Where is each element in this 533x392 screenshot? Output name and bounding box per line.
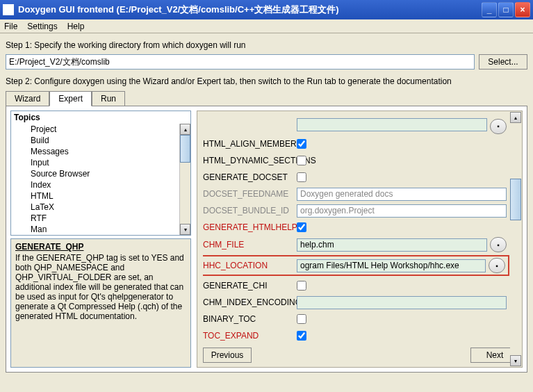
browse-chm-icon[interactable]: ▪: [490, 237, 507, 252]
topic-project[interactable]: Project: [21, 124, 190, 135]
opt-chm-file-input[interactable]: [297, 238, 487, 252]
opt-docset-feed-input[interactable]: [297, 188, 507, 201]
tab-run[interactable]: Run: [92, 91, 125, 106]
menu-bar: File Settings Help: [0, 19, 533, 33]
opt-html-dyn-check[interactable]: [297, 156, 306, 165]
tab-expert[interactable]: Expert: [49, 91, 92, 106]
opt-hhc-loc-label: HHC_LOCATION: [203, 261, 297, 270]
scroll-thumb[interactable]: [510, 179, 521, 220]
select-button[interactable]: Select...: [479, 54, 527, 70]
menu-help[interactable]: Help: [67, 22, 85, 31]
opt-docset-bundle-input[interactable]: [297, 204, 507, 218]
opt-toc-expand-label: TOC_EXPAND: [203, 331, 297, 341]
topics-panel: Topics Project Build Messages Input Sour…: [10, 111, 191, 236]
scroll-up-icon[interactable]: ▴: [510, 112, 521, 123]
previous-button[interactable]: Previous: [203, 348, 252, 363]
topics-title: Topics: [11, 111, 190, 124]
desc-text: If the GENERATE_QHP tag is set to YES an…: [15, 253, 186, 321]
opt-gen-chi-label: GENERATE_CHI: [203, 281, 297, 291]
topics-list: Project Build Messages Input Source Brow…: [11, 124, 190, 235]
menu-file[interactable]: File: [4, 22, 17, 31]
app-icon: [3, 4, 14, 15]
topics-scrollbar[interactable]: ▴ ▾: [179, 124, 190, 235]
close-button[interactable]: ×: [515, 2, 530, 17]
minimize-button[interactable]: _: [482, 2, 497, 17]
step1-label: Step 1: Specify the working directory fr…: [6, 40, 527, 50]
opt-gen-docset-label: GENERATE_DOCSET: [203, 172, 297, 182]
opt-html-dyn-label: HTML_DYNAMIC_SECTIONS: [203, 156, 297, 165]
browse-icon[interactable]: ▪: [490, 119, 507, 134]
topic-latex[interactable]: LaTeX: [21, 202, 190, 213]
options-panel: x ▪ HTML_ALIGN_MEMBERS HTML_DYNAMIC_SECT…: [197, 111, 523, 368]
menu-settings[interactable]: Settings: [27, 22, 57, 31]
topic-source-browser[interactable]: Source Browser: [21, 168, 190, 179]
opt-gen-htmlhelp-label: GENERATE_HTMLHELP: [203, 222, 297, 232]
opt-chm-file-label: CHM_FILE: [203, 240, 297, 250]
opt-gen-chi-check[interactable]: [297, 281, 306, 291]
tab-wizard[interactable]: Wizard: [6, 91, 49, 106]
title-bar: Doxygen GUI frontend (E:/Project_V2/文档/c…: [0, 0, 533, 19]
opt-truncated-field[interactable]: [297, 118, 487, 131]
opt-hhc-loc-input[interactable]: [297, 259, 486, 272]
opt-docset-feed-label: DOCSET_FEEDNAME: [203, 189, 297, 199]
maximize-button[interactable]: □: [498, 2, 514, 17]
desc-title: GENERATE_QHP: [15, 242, 186, 252]
opt-chm-index-input[interactable]: [297, 296, 507, 309]
topic-input[interactable]: Input: [21, 157, 190, 168]
topic-messages[interactable]: Messages: [21, 146, 190, 157]
opt-gen-docset-check[interactable]: [297, 172, 306, 182]
step2-label: Step 2: Configure doxygen using the Wiza…: [6, 76, 527, 86]
opt-html-align-label: HTML_ALIGN_MEMBERS: [203, 139, 297, 149]
scroll-thumb[interactable]: [180, 135, 190, 163]
scroll-up-icon[interactable]: ▴: [180, 124, 190, 135]
window-title: Doxygen GUI frontend (E:/Project_V2/文档/c…: [18, 3, 482, 16]
opt-binary-toc-label: BINARY_TOC: [203, 314, 297, 324]
hhc-highlight: HHC_LOCATION ▪: [203, 255, 509, 276]
working-dir-input[interactable]: [6, 54, 475, 70]
opt-html-align-check[interactable]: [297, 139, 306, 149]
opt-gen-htmlhelp-check[interactable]: [297, 222, 306, 232]
description-panel: GENERATE_QHP If the GENERATE_QHP tag is …: [10, 238, 191, 368]
scroll-down-icon[interactable]: ▾: [510, 355, 521, 366]
topic-html[interactable]: HTML: [21, 190, 190, 202]
browse-hhc-icon[interactable]: ▪: [489, 258, 505, 273]
opt-toc-expand-check[interactable]: [297, 331, 306, 341]
topic-index[interactable]: Index: [21, 179, 190, 190]
opt-binary-toc-check[interactable]: [297, 314, 306, 324]
opt-chm-index-label: CHM_INDEX_ENCODING: [203, 297, 297, 307]
scroll-down-icon[interactable]: ▾: [180, 224, 190, 235]
topic-rtf[interactable]: RTF: [21, 213, 190, 224]
opt-docset-bundle-label: DOCSET_BUNDLE_ID: [203, 206, 297, 215]
options-scrollbar[interactable]: ▴ ▾: [510, 112, 521, 366]
topic-man[interactable]: Man: [21, 224, 190, 235]
topic-build[interactable]: Build: [21, 135, 190, 146]
